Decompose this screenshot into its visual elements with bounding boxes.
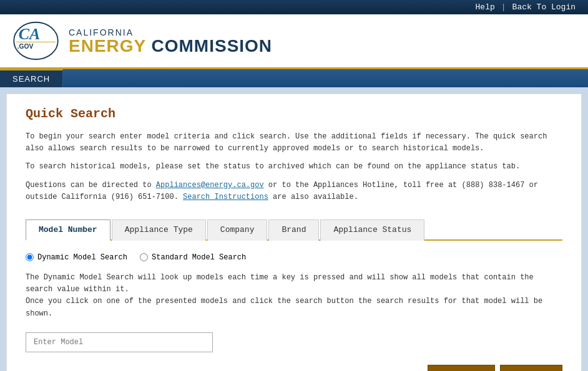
tabs-container: Model Number Appliance Type Company Bran…	[26, 218, 562, 241]
standard-model-search-option[interactable]: Standard Model Search	[140, 253, 246, 262]
description-1: To begin your search enter model criteri…	[26, 131, 562, 155]
description-2: To search historical models, please set …	[26, 161, 562, 173]
description-3: Questions can be directed to Appliances@…	[26, 180, 562, 203]
commission-label: COMMISSION	[146, 36, 272, 55]
standard-model-label: Standard Model Search	[152, 253, 246, 262]
page-title: Quick Search	[26, 107, 562, 121]
tab-model-number[interactable]: Model Number	[26, 219, 110, 241]
email-link[interactable]: Appliances@energy.ca.gov	[156, 181, 264, 190]
top-bar: Help | Back To Login	[0, 0, 588, 14]
separator: |	[501, 2, 506, 12]
header: CA .GOV CALIFORNIA ENERGY COMMISSION	[0, 14, 588, 69]
ca-gov-logo: CA .GOV	[12, 21, 59, 61]
back-to-login-link[interactable]: Back To Login	[512, 2, 576, 12]
tab-brand[interactable]: Brand	[268, 219, 319, 241]
agency-name: CALIFORNIA ENERGY COMMISSION	[69, 27, 272, 55]
search-nav-tab[interactable]: SEARCH	[0, 69, 63, 87]
dynamic-model-radio[interactable]	[26, 253, 34, 261]
logo-area: CA .GOV CALIFORNIA ENERGY COMMISSION	[0, 14, 285, 67]
description-3-prefix: Questions can be directed to	[26, 181, 156, 190]
dynamic-description: The Dynamic Model Search will look up mo…	[26, 272, 562, 320]
energy-commission-label: ENERGY COMMISSION	[69, 37, 272, 55]
model-number-tab-content: Dynamic Model Search Standard Model Sear…	[26, 241, 562, 371]
clear-button[interactable]: Clear	[500, 365, 562, 371]
svg-text:CA: CA	[19, 25, 41, 43]
svg-text:.GOV: .GOV	[17, 43, 34, 50]
model-search-input[interactable]	[26, 332, 213, 352]
standard-model-radio[interactable]	[140, 253, 148, 261]
search-button[interactable]: Search	[428, 365, 495, 371]
dynamic-model-search-option[interactable]: Dynamic Model Search	[26, 253, 127, 262]
tabs: Model Number Appliance Type Company Bran…	[26, 218, 562, 239]
dynamic-model-label: Dynamic Model Search	[37, 253, 127, 262]
tab-company[interactable]: Company	[207, 219, 268, 241]
search-instructions-link[interactable]: Search Instructions	[183, 193, 268, 201]
energy-label: ENERGY	[69, 36, 146, 55]
radio-group: Dynamic Model Search Standard Model Sear…	[26, 253, 562, 262]
help-link[interactable]: Help	[476, 2, 495, 12]
nav-bar: SEARCH	[0, 69, 588, 87]
tab-appliance-type[interactable]: Appliance Type	[112, 219, 206, 241]
main-content: Quick Search To begin your search enter …	[6, 94, 582, 371]
button-row: Search Clear	[26, 365, 562, 371]
description-3-suffix: are also available.	[268, 193, 358, 201]
tab-appliance-status[interactable]: Appliance Status	[320, 219, 424, 241]
